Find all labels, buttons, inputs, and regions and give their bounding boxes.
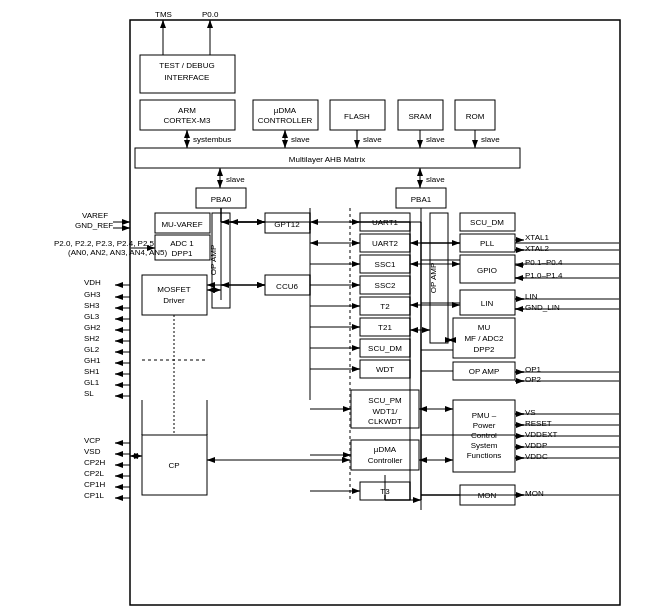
system-label: System (471, 441, 498, 450)
gh2-label: GH2 (84, 323, 101, 332)
sh3-label: SH3 (84, 301, 100, 310)
scu-dm-right-label: SCU_DM (470, 218, 504, 227)
op-amp-left-label: OP AMP (209, 245, 218, 276)
op1-label: OP1 (525, 365, 542, 374)
arm-label: ARM (178, 106, 196, 115)
gpio-label: GPIO (477, 266, 497, 275)
clkwdt-label: CLKWDT (368, 417, 402, 426)
test-debug-label: TEST / DEBUG (159, 61, 214, 70)
gnd-lin-label: GND_LIN (525, 303, 560, 312)
gh1-label: GH1 (84, 356, 101, 365)
sram-label: SRAM (408, 112, 431, 121)
mon-sig-label: MON (525, 489, 544, 498)
lin-label: LIN (481, 299, 494, 308)
gl1-label: GL1 (84, 378, 100, 387)
vddc-label: VDDC (525, 452, 548, 461)
udma-controller-label: µDMA (274, 106, 297, 115)
ssc1-label: SSC1 (375, 260, 396, 269)
varef-label: VAREF (82, 211, 108, 220)
svg-rect-7 (253, 100, 318, 130)
t21-label: T21 (378, 323, 392, 332)
svg-marker-62 (115, 371, 123, 377)
cortex-label: CORTEX-M3 (164, 116, 212, 125)
diagram-container: TMS P0.0 TEST / DEBUG INTERFACE ARM CORT… (0, 0, 649, 613)
slave4-label: slave (481, 135, 500, 144)
p10-p14-label: P1.0–P1.4 (525, 271, 563, 280)
vcp-label: VCP (84, 436, 100, 445)
udma-ctrl-label: µDMA (374, 445, 397, 454)
gl3-label: GL3 (84, 312, 100, 321)
adc1-label: ADC 1 (170, 239, 194, 248)
svg-marker-46 (115, 282, 123, 288)
tms-label: TMS (155, 10, 172, 19)
slave-pba0-label: slave (226, 175, 245, 184)
dpp1-label: DPP1 (172, 249, 193, 258)
svg-marker-35 (122, 225, 130, 231)
svg-rect-6 (140, 100, 235, 130)
svg-marker-33 (122, 219, 130, 225)
p00-label: P0.0 (202, 10, 219, 19)
cp1l-label: CP1L (84, 491, 105, 500)
cp1h-label: CP1H (84, 480, 106, 489)
pba1-label: PBA1 (411, 195, 432, 204)
svg-marker-52 (115, 316, 123, 322)
mosfet-label: MOSFET (157, 285, 190, 294)
systembus-label: systembus (193, 135, 231, 144)
power-label: Power (473, 421, 496, 430)
sh1-label: SH1 (84, 367, 100, 376)
svg-marker-54 (115, 327, 123, 333)
xtal1-label: XTAL1 (525, 233, 549, 242)
mu-label: MU (478, 323, 491, 332)
gl2-label: GL2 (84, 345, 100, 354)
op2-label: OP2 (525, 375, 542, 384)
svg-marker-78 (115, 440, 123, 446)
uart2-label: UART2 (372, 239, 399, 248)
an-label: (AN0, AN2, AN3, AN4, AN5) (68, 248, 167, 257)
mf-adc2-label: MF / ADC2 (464, 334, 504, 343)
svg-rect-67 (142, 275, 207, 315)
sh2-label: SH2 (84, 334, 100, 343)
vddext-label: VDDEXT (525, 430, 558, 439)
vs-label: VS (525, 408, 536, 417)
svg-marker-80 (115, 451, 123, 457)
cp2h-label: CP2H (84, 458, 106, 467)
svg-marker-66 (115, 393, 123, 399)
rom-label: ROM (466, 112, 485, 121)
pll-label: PLL (480, 239, 495, 248)
wdt1-label: WDT1/ (373, 407, 399, 416)
op-amp-right-label: OP AMP (429, 263, 438, 294)
t2-label: T2 (380, 302, 390, 311)
slave-pba1-label: slave (426, 175, 445, 184)
slave3-label: slave (426, 135, 445, 144)
xtal2-label: XTAL2 (525, 244, 549, 253)
driver-label: Driver (163, 296, 185, 305)
svg-marker-86 (115, 484, 123, 490)
mu-varef-label: MU-VAREF (161, 220, 202, 229)
slave2-label: slave (363, 135, 382, 144)
svg-marker-88 (115, 495, 123, 501)
test-debug-label2: INTERFACE (165, 73, 210, 82)
p01-p04-label: P0.1–P0.4 (525, 258, 563, 267)
svg-marker-58 (115, 349, 123, 355)
svg-marker-64 (115, 382, 123, 388)
svg-marker-82 (115, 462, 123, 468)
svg-marker-60 (115, 360, 123, 366)
gpt12-label: GPT12 (274, 220, 300, 229)
svg-marker-50 (115, 305, 123, 311)
vsd-label: VSD (84, 447, 101, 456)
ssc2-label: SSC2 (375, 281, 396, 290)
multilayer-label: Multilayer AHB Matrix (289, 155, 365, 164)
slave1-label: slave (291, 135, 310, 144)
scu-dm-label: SCU_DM (368, 344, 402, 353)
svg-marker-48 (115, 294, 123, 300)
ccu6-label: CCU6 (276, 282, 298, 291)
op-amp-small-label: OP AMP (469, 367, 500, 376)
pmu-label: PMU – (472, 411, 497, 420)
lin-sig-label: LIN (525, 292, 538, 301)
vdh-label: VDH (84, 278, 101, 287)
cp-label: CP (168, 461, 179, 470)
dpp2-label: DPP2 (474, 345, 495, 354)
wdt-label: WDT (376, 365, 394, 374)
svg-marker-56 (115, 338, 123, 344)
gh3-label: GH3 (84, 290, 101, 299)
